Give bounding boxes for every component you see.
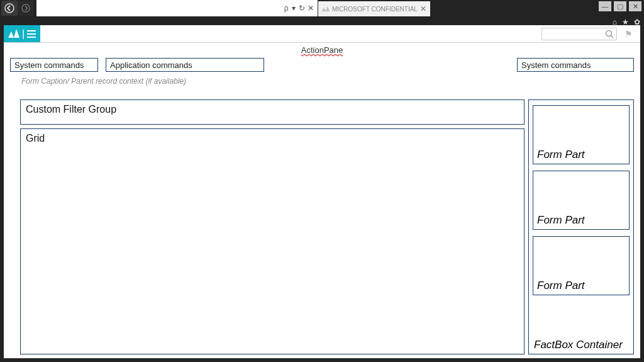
address-bar[interactable]: ρ ▾ ↻ ✕ [36,0,318,16]
form-part-label: Form Part [537,214,585,227]
divider: | [22,28,25,40]
form-part-3[interactable]: Form Part [533,236,630,295]
app-logo-icon [8,29,19,39]
svg-rect-2 [27,30,36,31]
svg-rect-3 [27,33,36,35]
main-content: Custom Filter Group Grid Form Part Form … [20,99,634,354]
address-input[interactable] [36,0,280,16]
tab-label: MICROSOFT CONFIDENTIAL [332,6,418,13]
tab-close-icon[interactable]: ✕ [420,4,426,13]
form-part-label: Form Part [537,149,585,161]
action-pane-label: ActionPane [301,45,343,55]
svg-point-1 [22,4,30,12]
app-search[interactable] [541,28,617,40]
close-button[interactable]: ✕ [629,1,641,11]
window-controls: — ▢ ✕ [599,0,644,16]
form-caption: Form Caption/ Parent record context (if … [4,76,640,88]
maximize-button[interactable]: ▢ [614,1,626,11]
svg-line-6 [611,35,614,38]
nav-buttons [0,0,35,16]
back-button[interactable] [1,1,18,16]
address-bar-controls: ρ ▾ ↻ ✕ [280,4,318,13]
action-pane: System commands Application commands Sys… [4,55,640,76]
factbox-label: FactBox Container [534,339,623,351]
app-header: | ⚑ [4,25,640,43]
forward-button[interactable] [18,1,34,16]
stop-icon[interactable]: ✕ [308,4,314,13]
flag-icon[interactable]: ⚑ [622,29,635,39]
browser-tab[interactable]: MICROSOFT CONFIDENTIAL ✕ [318,1,430,16]
system-commands-right[interactable]: System commands [517,58,634,72]
action-pane-label-wrap: ActionPane [4,43,640,55]
svg-point-0 [5,4,14,13]
custom-filter-group[interactable]: Custom Filter Group [20,99,525,125]
form-part-2[interactable]: Form Part [533,171,630,230]
main-left: Custom Filter Group Grid [20,99,525,354]
tab-favicon [322,5,330,13]
form-part-label: Form Part [537,280,585,292]
app-header-right: ⚑ [40,25,640,42]
menu-icon[interactable] [27,30,36,38]
minimize-button[interactable]: — [599,1,611,11]
factbox-container: Form Part Form Part Form Part FactBox Co… [528,99,634,354]
svg-rect-4 [27,37,36,38]
app-window: | ⚑ ActionPane System commands Applicati… [4,25,640,358]
search-icon [605,30,614,38]
search-dropdown-icon[interactable]: ρ ▾ [284,4,296,13]
application-commands[interactable]: Application commands [106,58,264,72]
grid-panel[interactable]: Grid [20,128,525,354]
form-part-1[interactable]: Form Part [533,105,630,164]
refresh-icon[interactable]: ↻ [299,4,305,13]
system-commands-left[interactable]: System commands [10,58,98,72]
svg-point-5 [606,30,612,36]
browser-tabs: MICROSOFT CONFIDENTIAL ✕ [318,0,599,16]
browser-chrome: ρ ▾ ↻ ✕ MICROSOFT CONFIDENTIAL ✕ — ▢ ✕ [0,0,644,16]
app-logo-area[interactable]: | [4,25,40,42]
